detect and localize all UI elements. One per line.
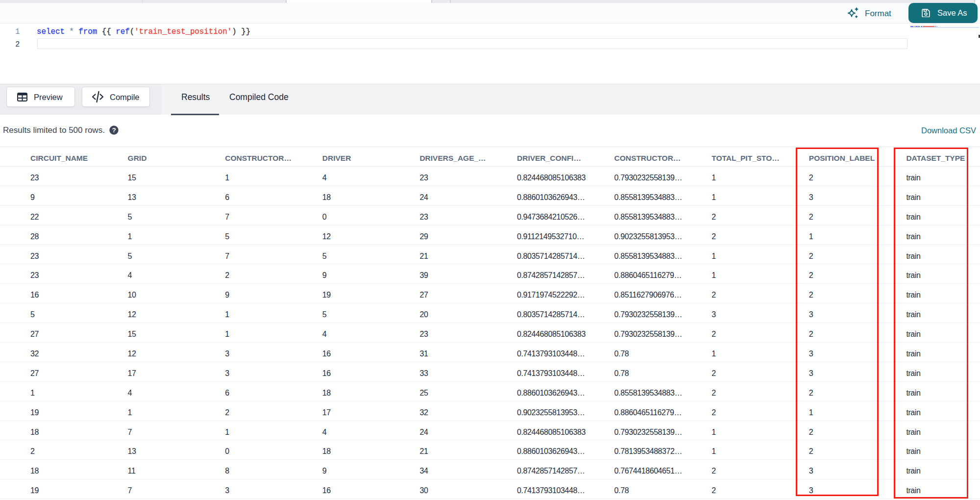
svg-text:?: ? xyxy=(112,126,116,134)
